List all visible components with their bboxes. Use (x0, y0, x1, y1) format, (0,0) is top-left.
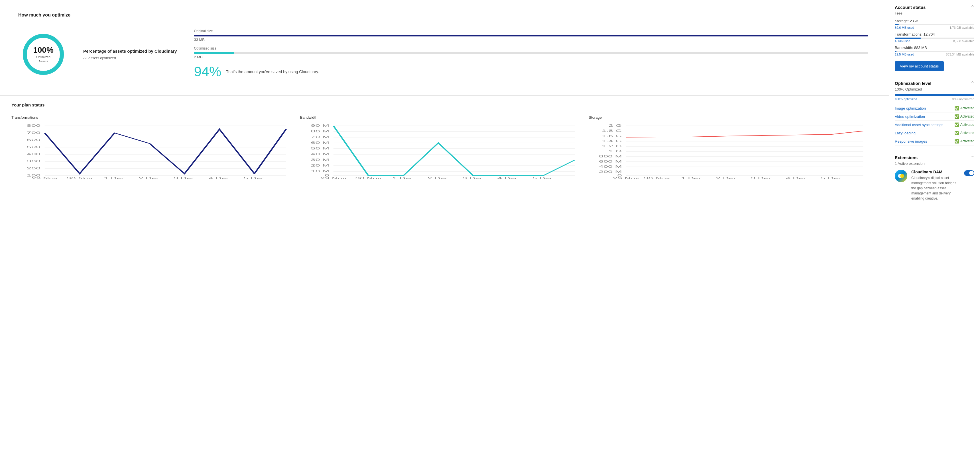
svg-text:3 Dec: 3 Dec (751, 177, 773, 180)
svg-text:800: 800 (27, 124, 40, 127)
svg-text:400: 400 (27, 153, 40, 156)
svg-text:400 M: 400 M (599, 165, 622, 168)
svg-text:40 M: 40 M (311, 153, 329, 156)
svg-text:30 Nov: 30 Nov (67, 177, 93, 180)
cloudinary-dam-name: Cloudinary DAM (911, 169, 960, 174)
svg-text:1.4 G: 1.4 G (602, 139, 622, 143)
optimization-level-title: Optimization level (895, 81, 931, 86)
svg-text:29 Nov: 29 Nov (32, 177, 58, 180)
bandwidth-svg: 90 M 80 M 70 M 60 M 50 M 40 M 30 M 20 M … (300, 123, 583, 180)
original-size-track (194, 35, 868, 36)
cloudinary-dam-toggle[interactable] (964, 170, 974, 176)
feature-responsive: Responsive images ✅ Activated (895, 137, 974, 146)
responsive-status: ✅ Activated (955, 139, 974, 144)
lazy-loading-link[interactable]: Lazy loading (895, 131, 916, 135)
svg-text:500: 500 (27, 146, 40, 149)
storage-stat: Storage: 2 GB 89.6 MB used 1.76 GB avail… (895, 19, 974, 29)
transformations-meta: 4,136 used 8,568 available (895, 39, 974, 43)
lazy-loading-check: ✅ (955, 131, 959, 135)
feature-asset-sync: Additional asset sync settings ✅ Activat… (895, 121, 974, 129)
bandwidth-chart: Bandwidth 90 M 80 M 70 M 60 M 5 (300, 115, 589, 187)
bandwidth-available: 863.34 MB available (946, 53, 974, 56)
storage-used: 89.6 MB used (895, 26, 914, 29)
svg-text:60 M: 60 M (311, 141, 329, 144)
asset-sync-link[interactable]: Additional asset sync settings (895, 123, 943, 127)
svg-point-82 (900, 174, 904, 178)
svg-text:300: 300 (27, 160, 40, 163)
extensions-chevron[interactable]: ⌃ (970, 155, 974, 160)
storage-meta: 89.6 MB used 1.76 GB available (895, 26, 974, 29)
video-optimization-link[interactable]: Video optimization (895, 114, 925, 119)
svg-text:1.6 G: 1.6 G (602, 135, 622, 138)
svg-text:1.2 G: 1.2 G (602, 145, 622, 148)
svg-text:600: 600 (27, 138, 40, 141)
bandwidth-label: Bandwidth: 883 MB (895, 46, 974, 50)
optimize-desc-sub: All assets optimized. (83, 56, 177, 60)
svg-text:80 M: 80 M (311, 130, 329, 133)
bandwidth-bar-fill (895, 51, 896, 52)
svg-text:1 Dec: 1 Dec (104, 177, 126, 180)
bandwidth-bar-track (895, 51, 974, 52)
opt-bar-fill (895, 94, 974, 96)
transformations-bar-track (895, 38, 974, 39)
optimized-size-value: 2 MB (194, 55, 868, 59)
donut-chart: 100% Optimized Assets (21, 32, 66, 77)
svg-text:50 M: 50 M (311, 147, 329, 150)
account-status-title: Account status (895, 5, 926, 10)
original-size-label: Original size (194, 29, 868, 33)
original-size-fill (194, 35, 868, 36)
transformations-used: 4,136 used (895, 39, 910, 43)
svg-text:200 M: 200 M (599, 170, 622, 173)
transformations-available: 8,568 available (953, 39, 974, 43)
optimize-description: Percentage of assets optimized by Cloudi… (83, 49, 177, 60)
account-status-chevron[interactable]: ⌃ (970, 5, 974, 10)
charts-row: Transformations 800 700 600 500 (11, 115, 877, 187)
cloudinary-dam-desc: Cloudinary's digital asset management so… (911, 175, 960, 201)
svg-text:29 Nov: 29 Nov (320, 177, 347, 180)
extensions-subtitle: 1 Active extension (895, 162, 974, 166)
savings-percent: 94% (194, 64, 221, 79)
transformations-label: Transformations: 12,704 (895, 32, 974, 36)
svg-text:700: 700 (27, 131, 40, 135)
svg-text:2 Dec: 2 Dec (427, 177, 449, 180)
svg-text:3 Dec: 3 Dec (462, 177, 484, 180)
transformations-chart: Transformations 800 700 600 500 (11, 115, 300, 187)
plan-title: Your plan status (11, 103, 877, 109)
image-opt-status: ✅ Activated (955, 106, 974, 111)
svg-text:5 Dec: 5 Dec (821, 177, 843, 180)
svg-text:4 Dec: 4 Dec (786, 177, 808, 180)
cloudinary-dam-icon (895, 169, 907, 182)
plan-section: Your plan status Transformations 800 (0, 96, 889, 187)
responsive-images-link[interactable]: Responsive images (895, 139, 927, 144)
transformations-title: Transformations (11, 115, 294, 120)
transformations-bar-fill (895, 38, 921, 39)
account-status-section: Account status ⌃ Free Storage: 2 GB 89.6… (889, 0, 980, 76)
original-size-row: Original size 33 MB (194, 29, 868, 42)
svg-text:20 M: 20 M (311, 164, 329, 167)
asset-sync-check: ✅ (955, 122, 959, 127)
svg-text:5 Dec: 5 Dec (532, 177, 554, 180)
view-account-button[interactable]: View my account status (895, 61, 944, 71)
svg-text:3 Dec: 3 Dec (173, 177, 195, 180)
image-optimization-link[interactable]: Image optimization (895, 106, 926, 111)
size-info: Original size 33 MB Optimized size 2 MB … (194, 29, 868, 79)
svg-text:2 Dec: 2 Dec (139, 177, 161, 180)
svg-text:2 G: 2 G (609, 124, 622, 127)
optimized-size-track (194, 52, 868, 54)
optimization-chevron[interactable]: ⌃ (970, 81, 974, 86)
account-plan: Free (895, 11, 974, 15)
extensions-header: Extensions ⌃ (895, 155, 974, 160)
donut-percent: 100% (32, 46, 55, 55)
svg-text:1 Dec: 1 Dec (681, 177, 703, 180)
cloudinary-dam-item: Cloudinary DAM Cloudinary's digital asse… (895, 169, 974, 201)
feature-lazy-loading: Lazy loading ✅ Activated (895, 129, 974, 137)
savings-text: That's the amount you've saved by using … (226, 70, 319, 74)
svg-text:800 M: 800 M (599, 155, 622, 158)
bandwidth-used: 19.5 MB used (895, 53, 914, 56)
optimize-desc-heading: Percentage of assets optimized by Cloudi… (83, 49, 177, 54)
opt-bar-right: 0% unoptimized (952, 97, 974, 101)
cloudinary-dam-info: Cloudinary DAM Cloudinary's digital asse… (911, 169, 960, 201)
svg-text:30 Nov: 30 Nov (644, 177, 670, 180)
svg-text:1 G: 1 G (609, 150, 622, 153)
video-opt-check: ✅ (955, 114, 959, 119)
